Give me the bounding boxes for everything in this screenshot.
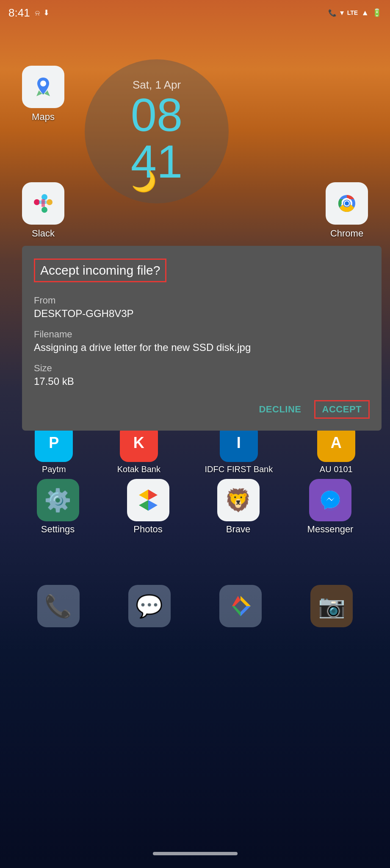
phone-app[interactable]: 📞	[37, 585, 80, 627]
kotak-icon-text: K	[133, 434, 144, 452]
idfc-icon-text: I	[237, 434, 241, 452]
dock-row: P Paytm K Kotak Bank I IDFC FIRST Bank A…	[0, 424, 390, 474]
svg-rect-3	[34, 199, 40, 205]
au-icon-text: A	[331, 434, 342, 452]
maps-label: Maps	[32, 111, 55, 122]
svg-rect-4	[41, 194, 47, 200]
brave-icon-glyph: 🦁	[224, 487, 252, 513]
status-time: 8:41	[8, 6, 30, 19]
kotak-label: Kotak Bank	[117, 465, 160, 474]
decline-button[interactable]: DECLINE	[259, 400, 301, 419]
filename-value: Assigning a drive letter for the new SSD…	[34, 342, 370, 353]
brave-app[interactable]: 🦁 Brave	[217, 479, 260, 535]
camera-app[interactable]: 📷	[310, 585, 353, 627]
call-icon: 📞	[328, 9, 337, 17]
size-value: 17.50 kB	[34, 376, 370, 387]
slack-icon-bg	[22, 182, 64, 225]
play-icon	[219, 585, 262, 627]
home-indicator	[153, 852, 238, 855]
signal-icon: ▲	[361, 8, 369, 17]
camera-icon: 📷	[310, 585, 353, 627]
svg-point-1	[40, 81, 46, 86]
play-app[interactable]	[219, 585, 262, 627]
battery-icon: 🔋	[372, 8, 382, 17]
clock-hour: 08	[131, 92, 183, 138]
slack-icon-svg	[30, 190, 57, 217]
svg-rect-8	[41, 199, 45, 207]
dialog-buttons: DECLINE ACCEPT	[34, 400, 370, 419]
maps-icon-bg	[22, 66, 64, 108]
svg-rect-6	[47, 199, 53, 205]
download-icon: ⬇	[43, 8, 50, 17]
bottom-row-2: 📞 💬 📷	[0, 585, 390, 627]
filename-label: Filename	[34, 329, 370, 340]
chrome-app[interactable]: Chrome	[326, 182, 368, 239]
messenger-icon-svg	[318, 487, 343, 513]
from-section: From DESKTOP-GGH8V3P	[34, 295, 370, 320]
clock-widget: Sat, 1 Apr 08 41	[85, 59, 229, 203]
weather-icon: 🌙	[131, 170, 157, 193]
settings-label: Settings	[41, 524, 75, 535]
settings-icon: ⚙️	[37, 479, 79, 521]
wifi-icon: ▾	[340, 8, 344, 17]
paytm-app[interactable]: P Paytm	[35, 424, 73, 474]
chat-icon-glyph: 💬	[136, 593, 163, 619]
brave-icon: 🦁	[217, 479, 260, 521]
svg-rect-5	[41, 207, 47, 213]
filename-section: Filename Assigning a drive letter for th…	[34, 329, 370, 353]
paytm-icon-text: P	[49, 434, 59, 452]
slack-label: Slack	[32, 228, 55, 239]
maps-app[interactable]: Maps	[22, 66, 64, 122]
photos-icon-svg	[136, 487, 161, 513]
settings-icon-glyph: ⚙️	[44, 487, 72, 513]
photos-icon	[127, 479, 169, 521]
play-icon-svg	[229, 594, 252, 618]
accept-file-dialog: Accept incoming file? From DESKTOP-GGH8V…	[22, 246, 382, 431]
idfc-app[interactable]: I IDFC FIRST Bank	[205, 424, 273, 474]
brave-label: Brave	[226, 524, 250, 535]
lte-icon: LTE	[347, 9, 358, 16]
size-label: Size	[34, 363, 370, 374]
au-app[interactable]: A AU 0101	[317, 424, 355, 474]
bluetooth-icon: ⍾	[35, 8, 40, 17]
phone-icon-glyph: 📞	[44, 593, 72, 619]
chrome-icon-bg	[326, 182, 368, 225]
messenger-app[interactable]: Messenger	[307, 479, 354, 535]
kotak-app[interactable]: K Kotak Bank	[117, 424, 160, 474]
photos-label: Photos	[133, 524, 163, 535]
bottom-row-1: ⚙️ Settings Photos 🦁 Brave	[0, 479, 390, 535]
messenger-label: Messenger	[307, 524, 354, 535]
messenger-icon	[309, 479, 351, 521]
paytm-label: Paytm	[42, 465, 66, 474]
chrome-icon-svg	[333, 190, 360, 217]
chat-app[interactable]: 💬	[128, 585, 171, 627]
from-value: DESKTOP-GGH8V3P	[34, 308, 370, 320]
from-label: From	[34, 295, 370, 306]
slack-app[interactable]: Slack	[22, 182, 64, 239]
phone-icon: 📞	[37, 585, 80, 627]
camera-icon-glyph: 📷	[318, 593, 346, 619]
chat-icon: 💬	[128, 585, 171, 627]
size-section: Size 17.50 kB	[34, 363, 370, 387]
maps-icon-svg	[30, 74, 56, 100]
chrome-label: Chrome	[330, 228, 363, 239]
status-bar: 8:41 ⍾ ⬇ 📞 ▾ LTE ▲ 🔋	[0, 0, 390, 25]
idfc-label: IDFC FIRST Bank	[205, 465, 273, 474]
svg-point-14	[345, 201, 349, 206]
au-label: AU 0101	[320, 465, 353, 474]
accept-button[interactable]: ACCEPT	[314, 400, 370, 419]
photos-app[interactable]: Photos	[127, 479, 169, 535]
settings-app[interactable]: ⚙️ Settings	[37, 479, 79, 535]
dialog-title: Accept incoming file?	[34, 259, 166, 282]
